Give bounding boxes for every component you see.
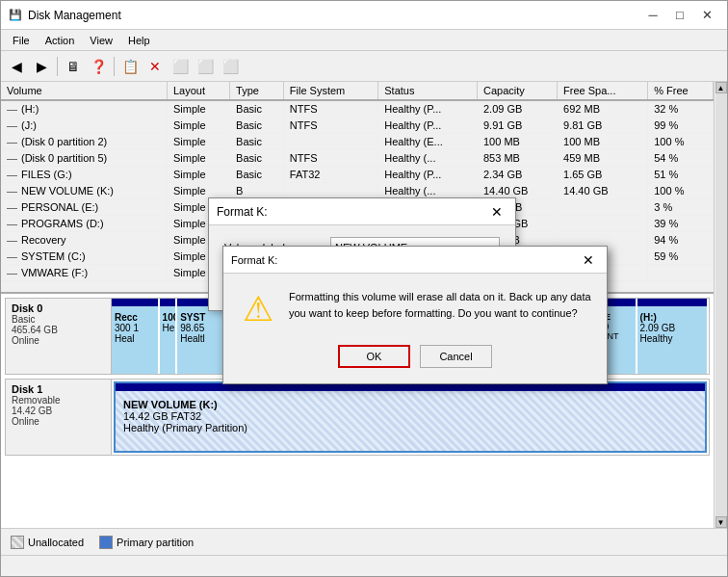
table-cell: 100 MB bbox=[477, 134, 557, 150]
scroll-track bbox=[715, 93, 727, 516]
legend-bar: Unallocated Primary partition bbox=[1, 528, 727, 555]
table-cell bbox=[558, 216, 648, 232]
table-cell: Healthy (E... bbox=[378, 134, 478, 150]
table-cell: Simple bbox=[167, 167, 229, 183]
table-cell: —(Disk 0 partition 5) bbox=[1, 150, 167, 167]
col-filesystem[interactable]: File System bbox=[283, 82, 377, 100]
computer-button[interactable]: 🖥 bbox=[62, 55, 85, 78]
table-cell: B bbox=[230, 183, 284, 199]
col-type[interactable]: Type bbox=[230, 82, 284, 100]
disk1-status: Online bbox=[12, 416, 105, 427]
menu-action[interactable]: Action bbox=[38, 33, 83, 48]
table-cell: 51 % bbox=[648, 167, 714, 183]
col-layout[interactable]: Layout bbox=[167, 82, 229, 100]
table-cell: —PROGRAMS (D:) bbox=[1, 216, 167, 232]
back-button[interactable]: ◀ bbox=[5, 55, 28, 78]
legend-unallocated: Unallocated bbox=[11, 536, 84, 549]
warning-icon: ⚠ bbox=[239, 289, 277, 329]
import-button[interactable]: ⬜ bbox=[219, 55, 242, 78]
col-freespace[interactable]: Free Spa... bbox=[558, 82, 648, 100]
col-volume[interactable]: Volume bbox=[1, 82, 167, 100]
table-cell: —NEW VOLUME (K:) bbox=[1, 183, 167, 199]
cancel-button[interactable]: Cancel bbox=[420, 345, 492, 368]
confirm-body: ⚠ Formatting this volume will erase all … bbox=[223, 274, 607, 345]
disk-icon: — bbox=[7, 169, 17, 180]
new-button[interactable]: ⬜ bbox=[169, 55, 192, 78]
format-dialog-title: Format K: ✕ bbox=[209, 198, 515, 225]
table-cell: 9.91 GB bbox=[477, 118, 557, 134]
table-cell: —Recovery bbox=[1, 232, 167, 249]
table-cell: 1.65 GB bbox=[558, 167, 648, 183]
window-title: Disk Management bbox=[28, 9, 121, 22]
table-cell: NTFS bbox=[283, 150, 377, 167]
table-cell: —VMWARE (F:) bbox=[1, 265, 167, 281]
col-freepct[interactable]: % Free bbox=[648, 82, 714, 100]
disk-icon: — bbox=[7, 201, 17, 213]
table-cell bbox=[283, 183, 377, 199]
table-cell: 100 % bbox=[648, 183, 714, 199]
table-row[interactable]: —(Disk 0 partition 2)SimpleBasicHealthy … bbox=[1, 134, 714, 150]
table-cell: 39 % bbox=[648, 216, 714, 232]
table-cell: 9.81 GB bbox=[558, 118, 648, 134]
main-window: 💾 Disk Management ─ □ ✕ File Action View… bbox=[0, 0, 728, 577]
table-row[interactable]: —(J:)SimpleBasicNTFSHealthy (P...9.91 GB… bbox=[1, 118, 714, 134]
disk1-size: 14.42 GB bbox=[12, 406, 105, 416]
table-row[interactable]: —NEW VOLUME (K:)SimpleBHealthy (...14.40… bbox=[1, 183, 714, 199]
close-button[interactable]: ✕ bbox=[694, 5, 719, 26]
disk1-label: Disk 1 Removable 14.42 GB Online bbox=[6, 380, 112, 455]
status-bar bbox=[1, 555, 727, 576]
disk-icon: — bbox=[7, 152, 17, 164]
disk0-status: Online bbox=[12, 335, 105, 346]
confirm-close[interactable]: ✕ bbox=[578, 250, 599, 270]
table-row[interactable]: —(Disk 0 partition 5)SimpleBasicNTFSHeal… bbox=[1, 150, 714, 167]
disk1-type: Removable bbox=[12, 395, 105, 406]
app-icon: 💾 bbox=[9, 9, 22, 21]
scroll-up[interactable]: ▲ bbox=[715, 82, 727, 93]
menu-view[interactable]: View bbox=[82, 33, 120, 48]
disk-icon: — bbox=[7, 267, 17, 278]
disk0-part2[interactable]: 100 He bbox=[160, 299, 178, 374]
menu-file[interactable]: File bbox=[5, 33, 38, 48]
table-cell: NTFS bbox=[283, 100, 377, 118]
disk1-partition[interactable]: NEW VOLUME (K:) 14.42 GB FAT32 Healthy (… bbox=[114, 381, 707, 453]
menu-help[interactable]: Help bbox=[120, 33, 158, 48]
title-bar: 💾 Disk Management ─ □ ✕ bbox=[1, 1, 727, 30]
toolbar: ◀ ▶ 🖥 ❓ 📋 ✕ ⬜ ⬜ ⬜ bbox=[1, 51, 727, 82]
export-button[interactable]: ⬜ bbox=[194, 55, 217, 78]
help-button[interactable]: ❓ bbox=[87, 55, 110, 78]
forward-button[interactable]: ▶ bbox=[30, 55, 53, 78]
minimize-button[interactable]: ─ bbox=[640, 5, 665, 26]
table-cell: Healthy (P... bbox=[378, 100, 478, 118]
table-cell: Healthy (... bbox=[378, 150, 478, 167]
title-bar-left: 💾 Disk Management bbox=[9, 9, 121, 22]
table-cell: 59 % bbox=[648, 249, 714, 265]
table-row[interactable]: —(H:)SimpleBasicNTFSHealthy (P...2.09 GB… bbox=[1, 100, 714, 118]
scroll-down[interactable]: ▼ bbox=[715, 516, 727, 528]
table-cell: 692 MB bbox=[558, 100, 648, 118]
disk-icon: — bbox=[7, 119, 17, 131]
properties-button[interactable]: 📋 bbox=[118, 55, 142, 78]
table-cell: —(Disk 0 partition 2) bbox=[1, 134, 167, 150]
title-bar-controls: ─ □ ✕ bbox=[640, 5, 719, 26]
disk-icon: — bbox=[7, 218, 17, 229]
disk0-part1[interactable]: Recc 300 1 Heal bbox=[112, 299, 160, 374]
format-dialog-close[interactable]: ✕ bbox=[486, 202, 507, 222]
table-cell: 459 MB bbox=[558, 150, 648, 167]
disk-icon: — bbox=[7, 234, 17, 246]
table-cell: Basic bbox=[230, 118, 284, 134]
delete-button[interactable]: ✕ bbox=[143, 55, 167, 78]
table-cell bbox=[283, 134, 377, 150]
maximize-button[interactable]: □ bbox=[667, 5, 692, 26]
table-cell: 100 MB bbox=[558, 134, 648, 150]
main-content: Volume Layout Type File System Status Ca… bbox=[1, 82, 727, 576]
col-status[interactable]: Status bbox=[378, 82, 478, 100]
legend-unalloc-box bbox=[11, 536, 24, 549]
col-capacity[interactable]: Capacity bbox=[477, 82, 557, 100]
disk0-part5-h[interactable]: (H:) 2.09 GB Healthy bbox=[637, 299, 709, 374]
ok-button[interactable]: OK bbox=[338, 345, 410, 368]
table-cell: Basic bbox=[230, 100, 284, 118]
table-cell: FAT32 bbox=[283, 167, 377, 183]
main-scrollbar[interactable]: ▲ ▼ bbox=[714, 82, 727, 528]
table-cell: Basic bbox=[230, 167, 284, 183]
table-row[interactable]: —FILES (G:)SimpleBasicFAT32Healthy (P...… bbox=[1, 167, 714, 183]
